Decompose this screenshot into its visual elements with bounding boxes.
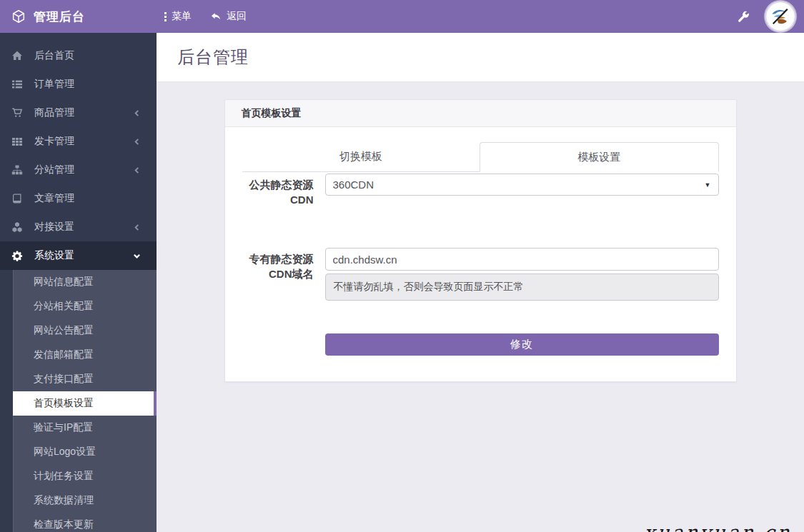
- submenu-item-substation-config[interactable]: 分站相关配置: [13, 294, 157, 318]
- page-title: 后台管理: [177, 46, 249, 69]
- sidebar-item-articles[interactable]: 文章管理: [0, 184, 157, 213]
- submenu-item-email-config[interactable]: 发信邮箱配置: [13, 343, 157, 367]
- modify-button[interactable]: 修改: [325, 333, 719, 356]
- submit-row: 修改: [242, 333, 719, 356]
- sidebar-item-dashboard[interactable]: 后台首页: [0, 41, 157, 70]
- cdn-domain-help: 不懂请勿乱填，否则会导致页面显示不正常: [325, 273, 719, 301]
- card-body: 切换模板 模板设置 公共静态资源 CDN 360CDN ▼: [225, 127, 736, 381]
- sidebar-item-system-settings[interactable]: 系统设置: [0, 241, 157, 270]
- sidebar-item-cards[interactable]: 发卡管理: [0, 127, 157, 156]
- submenu-item-homepage-template[interactable]: 首页模板设置: [13, 391, 157, 416]
- topbar-actions-left: 菜单 返回: [157, 10, 247, 23]
- cdn-select-value: 360CDN: [333, 179, 374, 191]
- chevron-left-icon: [133, 224, 141, 231]
- form-row-private-cdn: 专有静态资源 CDN域名 不懂请勿乱填，否则会导致页面显示不正常: [242, 248, 719, 301]
- chevron-down-icon: [133, 252, 141, 260]
- cdn-domain-input[interactable]: [325, 248, 719, 271]
- submenu-item-data-cleanup[interactable]: 系统数据清理: [13, 488, 157, 513]
- tab-switch-template[interactable]: 切换模板: [242, 142, 480, 172]
- tabs: 切换模板 模板设置: [242, 142, 719, 172]
- back-button[interactable]: 返回: [210, 10, 247, 23]
- page-header: 后台管理: [157, 33, 804, 82]
- content-area: 首页模板设置 切换模板 模板设置 公共静态资源 CDN: [157, 99, 804, 532]
- watermark: xuanyuan.cn: [642, 521, 793, 532]
- select-arrow-icon: ▼: [705, 181, 711, 189]
- topbar: 管理后台 菜单 返回: [0, 0, 804, 33]
- card-header-title: 首页模板设置: [242, 107, 302, 120]
- submenu-item-verify-ip[interactable]: 验证与IP配置: [13, 416, 157, 440]
- submenu-item-logo-settings[interactable]: 网站Logo设置: [13, 440, 157, 464]
- menu-button-label: 菜单: [172, 10, 192, 23]
- brand-title: 管理后台: [34, 9, 85, 25]
- avatar[interactable]: [765, 1, 795, 31]
- brand[interactable]: 管理后台: [0, 0, 157, 33]
- back-arrow-icon: [210, 11, 222, 22]
- form-row-public-cdn: 公共静态资源 CDN 360CDN ▼: [242, 174, 719, 207]
- vertical-dots-icon: [164, 12, 167, 21]
- chevron-left-icon: [133, 138, 141, 146]
- submenu-item-payment-config[interactable]: 支付接口配置: [13, 367, 157, 391]
- submenu-item-cron-settings[interactable]: 计划任务设置: [13, 464, 157, 488]
- grid-icon: [11, 136, 23, 147]
- sidebar: 后台首页 订单管理 商品管理 发卡管理 分站管理: [0, 33, 157, 532]
- cdn-select[interactable]: 360CDN ▼: [325, 174, 719, 196]
- sidebar-item-docking[interactable]: 对接设置: [0, 213, 157, 241]
- template-settings-card: 首页模板设置 切换模板 模板设置 公共静态资源 CDN: [224, 99, 737, 382]
- cart-icon: [11, 107, 23, 119]
- public-cdn-field: 360CDN ▼: [325, 174, 719, 196]
- chevron-left-icon: [133, 109, 141, 117]
- home-icon: [11, 50, 23, 61]
- sitemap-icon: [11, 164, 23, 176]
- list-icon: [11, 79, 23, 90]
- back-button-label: 返回: [227, 10, 247, 23]
- cubes-icon: [11, 221, 23, 233]
- wrench-icon[interactable]: [737, 10, 750, 23]
- chevron-left-icon: [133, 166, 141, 174]
- main-area: 后台管理 首页模板设置 切换模板 模板设置 公共静态资源: [157, 33, 804, 532]
- private-cdn-label: 专有静态资源 CDN域名: [242, 248, 314, 281]
- public-cdn-label: 公共静态资源 CDN: [242, 174, 314, 207]
- book-icon: [11, 193, 23, 204]
- submenu-item-site-info[interactable]: 网站信息配置: [13, 270, 157, 294]
- system-settings-submenu: 网站信息配置 分站相关配置 网站公告配置 发信邮箱配置 支付接口配置 首页模板设…: [0, 270, 157, 532]
- private-cdn-field: 不懂请勿乱填，否则会导致页面显示不正常: [325, 248, 719, 301]
- sidebar-item-orders[interactable]: 订单管理: [0, 70, 157, 99]
- card-header: 首页模板设置: [225, 100, 736, 127]
- submenu-item-version-check[interactable]: 检查版本更新: [13, 513, 157, 532]
- sidebar-item-substations[interactable]: 分站管理: [0, 156, 157, 184]
- sidebar-item-products[interactable]: 商品管理: [0, 99, 157, 127]
- gear-icon: [11, 250, 23, 261]
- tab-template-settings[interactable]: 模板设置: [480, 142, 719, 172]
- cube-logo-icon: [11, 9, 26, 24]
- menu-button[interactable]: 菜单: [164, 10, 192, 23]
- submenu-item-announcement[interactable]: 网站公告配置: [13, 318, 157, 343]
- topbar-actions-right: [737, 1, 804, 31]
